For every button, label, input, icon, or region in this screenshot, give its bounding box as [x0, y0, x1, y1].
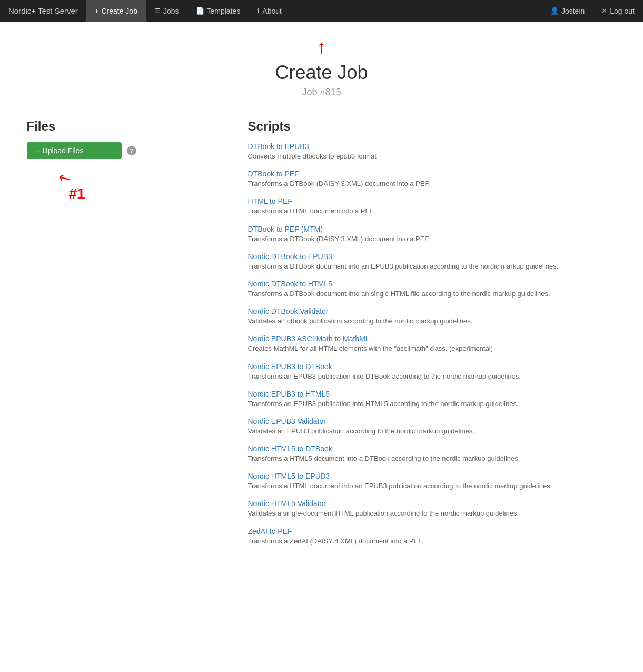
script-desc-10: Validates an EPUB3 publication according…: [248, 427, 617, 436]
script-link-13[interactable]: Nordic HTML5 Validator: [248, 499, 617, 508]
navbar: Nordic+ Test Server + Create Job ☰ Jobs …: [0, 0, 643, 22]
script-desc-2: Transforms a HTML document into a PEF.: [248, 206, 617, 216]
nav-templates[interactable]: 📄 Templates: [187, 0, 249, 22]
script-desc-6: Validates an dtbook publication accordin…: [248, 317, 617, 326]
script-desc-1: Transforms a DTBook (DAISY 3 XML) docume…: [248, 179, 617, 189]
script-desc-8: Transforms an EPUB3 publication into DTB…: [248, 372, 617, 381]
script-desc-7: Creates MathML for all HTML elements wit…: [248, 344, 617, 353]
upload-row: + Upload Files ?: [27, 142, 216, 159]
script-item: Nordic EPUB3 ValidatorValidates an EPUB3…: [248, 417, 617, 436]
page-title: Create Job: [27, 62, 617, 84]
files-section: Files + Upload Files ? ↖ #1: [27, 119, 216, 212]
scripts-section: Scripts DTBook to EPUB3Converts multiple…: [248, 119, 617, 555]
files-section-title: Files: [27, 119, 216, 134]
script-item: Nordic HTML5 to DTBookTransforms a HTML5…: [248, 444, 617, 463]
script-link-12[interactable]: Nordic HTML5 to EPUB3: [248, 472, 617, 480]
main-layout: Files + Upload Files ? ↖ #1 Scripts DTBo…: [27, 119, 617, 555]
arrow-annotation-up: ↑: [27, 37, 617, 56]
script-link-4[interactable]: Nordic DTBook to EPUB3: [248, 252, 617, 261]
script-item: Nordic DTBook to EPUB3Transforms a DTBoo…: [248, 252, 617, 271]
script-desc-9: Transforms an EPUB3 publication into HTM…: [248, 399, 617, 409]
nav-logout[interactable]: ✕ Log out: [593, 0, 643, 22]
script-desc-0: Converts multiple dtbooks to epub3 forma…: [248, 152, 617, 161]
script-item: Nordic HTML5 to EPUB3Transforms a HTML d…: [248, 472, 617, 491]
script-link-2[interactable]: HTML to PEF: [248, 197, 617, 205]
script-link-11[interactable]: Nordic HTML5 to DTBook: [248, 444, 617, 453]
plus-icon: +: [95, 7, 99, 15]
page-content: ↑ Create Job Job #815 Files + Upload Fil…: [16, 22, 627, 570]
page-subtitle: Job #815: [27, 87, 617, 98]
script-link-8[interactable]: Nordic EPUB3 to DTBook: [248, 362, 617, 371]
script-link-3[interactable]: DTBook to PEF (MTM): [248, 225, 617, 233]
script-item: Nordic DTBook ValidatorValidates an dtbo…: [248, 307, 617, 326]
nav-user[interactable]: 👤 Jostein: [542, 0, 593, 22]
script-item: ZedAI to PEFTransforms a ZedAI (DAISY 4 …: [248, 527, 617, 546]
script-desc-4: Transforms a DTBook document into an EPU…: [248, 262, 617, 271]
script-item: Nordic EPUB3 to DTBookTransforms an EPUB…: [248, 362, 617, 381]
help-icon[interactable]: ?: [127, 146, 136, 155]
navbar-brand: Nordic+ Test Server: [0, 0, 86, 22]
script-item: Nordic HTML5 ValidatorValidates a single…: [248, 499, 617, 518]
script-desc-13: Validates a single-document HTML publica…: [248, 509, 617, 518]
nav-items: + Create Job ☰ Jobs 📄 Templates ℹ About: [86, 0, 542, 22]
script-item: DTBook to PEFTransforms a DTBook (DAISY …: [248, 170, 617, 189]
script-item: HTML to PEFTransforms a HTML document in…: [248, 197, 617, 216]
script-desc-14: Transforms a ZedAI (DAISY 4 XML) documen…: [248, 537, 617, 546]
info-icon: ℹ: [257, 7, 260, 15]
script-desc-11: Transforms a HTML5 document into a DTBoo…: [248, 454, 617, 463]
script-link-10[interactable]: Nordic EPUB3 Validator: [248, 417, 617, 426]
annotation-area: ↖ #1: [27, 170, 216, 212]
script-link-0[interactable]: DTBook to EPUB3: [248, 142, 617, 151]
nav-about[interactable]: ℹ About: [249, 0, 290, 22]
script-item: Nordic DTBook to HTML5Transforms a DTBoo…: [248, 280, 617, 299]
script-link-14[interactable]: ZedAI to PEF: [248, 527, 617, 536]
script-link-5[interactable]: Nordic DTBook to HTML5: [248, 280, 617, 288]
user-icon: 👤: [550, 7, 559, 15]
nav-create-job[interactable]: + Create Job: [86, 0, 146, 22]
script-item: DTBook to EPUB3Converts multiple dtbooks…: [248, 142, 617, 161]
scripts-list: DTBook to EPUB3Converts multiple dtbooks…: [248, 142, 617, 546]
script-item: Nordic EPUB3 to HTML5Transforms an EPUB3…: [248, 390, 617, 409]
nav-jobs[interactable]: ☰ Jobs: [146, 0, 187, 22]
logout-icon: ✕: [601, 7, 607, 15]
annotation-label: #1: [69, 185, 85, 202]
script-desc-3: Transforms a DTBook (DAISY 3 XML) docume…: [248, 234, 617, 244]
up-arrow-icon: ↑: [317, 37, 327, 56]
script-desc-12: Transforms a HTML document into an EPUB3…: [248, 481, 617, 491]
script-desc-5: Transforms a DTBook document into an sin…: [248, 289, 617, 299]
list-icon: ☰: [154, 7, 161, 15]
scripts-section-title: Scripts: [248, 119, 617, 134]
template-icon: 📄: [196, 7, 204, 15]
script-item: Nordic EPUB3 ASCIIMath to MathMLCreates …: [248, 334, 617, 353]
script-link-9[interactable]: Nordic EPUB3 to HTML5: [248, 390, 617, 398]
nav-right: 👤 Jostein ✕ Log out: [542, 0, 643, 22]
script-link-1[interactable]: DTBook to PEF: [248, 170, 617, 178]
script-link-7[interactable]: Nordic EPUB3 ASCIIMath to MathML: [248, 334, 617, 343]
script-item: DTBook to PEF (MTM)Transforms a DTBook (…: [248, 225, 617, 244]
script-link-6[interactable]: Nordic DTBook Validator: [248, 307, 617, 315]
upload-files-button[interactable]: + Upload Files: [27, 142, 122, 159]
